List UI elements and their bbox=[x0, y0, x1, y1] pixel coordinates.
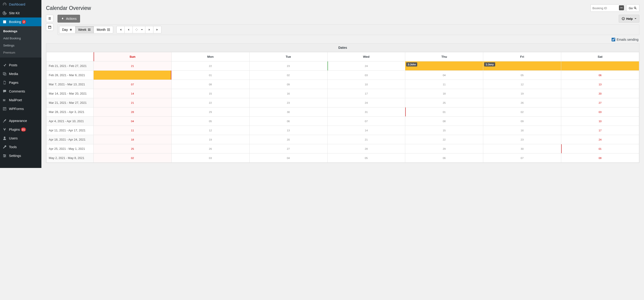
calendar-cell[interactable]: 14 bbox=[94, 89, 172, 98]
calendar-cell[interactable]: 01 bbox=[405, 108, 483, 117]
sidebar-item-wpforms[interactable]: WPForms bbox=[0, 104, 42, 113]
calendar-cell[interactable]: 28 bbox=[327, 144, 405, 154]
nav-prev-button[interactable] bbox=[124, 26, 133, 33]
calendar-cell[interactable]: 08 bbox=[405, 117, 483, 126]
calendar-cell[interactable]: 27 bbox=[249, 144, 327, 154]
calendar-cell[interactable]: 20 bbox=[249, 135, 327, 144]
calendar-cell[interactable]: 15 bbox=[171, 89, 249, 98]
sidebar-item-appearance[interactable]: Appearance bbox=[0, 116, 42, 125]
sidebar-item-media[interactable]: Media bbox=[0, 70, 42, 78]
sidebar-item-booking[interactable]: Booking2 bbox=[0, 18, 42, 26]
emails-sending-checkbox[interactable] bbox=[612, 38, 615, 42]
week-view-button[interactable]: Week bbox=[75, 26, 94, 33]
calendar-cell[interactable]: 22 bbox=[171, 98, 249, 108]
calendar-cell[interactable]: 05 bbox=[171, 117, 249, 126]
calendar-cell[interactable]: 21 bbox=[94, 62, 172, 71]
calendar-cell[interactable]: 14 bbox=[327, 126, 405, 135]
sidebar-subitem-bookings[interactable]: Bookings bbox=[0, 28, 42, 35]
sidebar-subitem-settings[interactable]: Settings bbox=[0, 42, 42, 49]
sidebar-item-pages[interactable]: Pages bbox=[0, 78, 42, 87]
calendar-cell[interactable]: 22 bbox=[405, 135, 483, 144]
calendar-cell[interactable]: 09 bbox=[249, 80, 327, 89]
nav-last-button[interactable] bbox=[153, 26, 162, 33]
calendar-cell[interactable]: 10 bbox=[561, 117, 639, 126]
calendar-cell[interactable]: 04 bbox=[94, 117, 172, 126]
calendar-cell[interactable]: 11 bbox=[405, 80, 483, 89]
calendar-cell[interactable]: 21 bbox=[327, 135, 405, 144]
actions-button[interactable]: Actions bbox=[58, 15, 80, 22]
calendar-cell[interactable]: 05 bbox=[483, 71, 561, 80]
sidebar-item-settings[interactable]: Settings bbox=[0, 152, 42, 160]
calendar-cell[interactable]: 04 bbox=[405, 71, 483, 80]
calendar-cell[interactable] bbox=[94, 71, 172, 80]
calendar-cell[interactable]: 13 bbox=[561, 80, 639, 89]
sidebar-item-dashboard[interactable]: Dashboard bbox=[0, 0, 42, 9]
booking-tag[interactable]: 1:Jony bbox=[484, 62, 495, 66]
calendar-cell[interactable]: 18 bbox=[94, 135, 172, 144]
calendar-cell[interactable]: 22 bbox=[171, 62, 249, 71]
calendar-cell[interactable]: 21 bbox=[94, 98, 172, 108]
calendar-cell[interactable]: 23 bbox=[249, 98, 327, 108]
calendar-cell[interactable]: 19 bbox=[171, 135, 249, 144]
calendar-cell[interactable]: 17 bbox=[561, 126, 639, 135]
calendar-cell[interactable]: 02 bbox=[94, 154, 172, 163]
sidebar-item-tools[interactable]: Tools bbox=[0, 143, 42, 152]
calendar-cell[interactable]: 24 bbox=[561, 135, 639, 144]
calendar-cell[interactable]: 02 bbox=[483, 108, 561, 117]
calendar-cell[interactable]: 07 bbox=[327, 117, 405, 126]
booking-tag[interactable]: 2:John bbox=[406, 62, 417, 66]
calendar-cell[interactable]: 20 bbox=[561, 89, 639, 98]
calendar-cell[interactable]: 04 bbox=[249, 154, 327, 163]
calendar-view-button[interactable] bbox=[46, 24, 53, 31]
sidebar-item-plugins[interactable]: Plugins21 bbox=[0, 125, 42, 134]
help-button[interactable]: Help bbox=[619, 15, 640, 22]
nav-next-button[interactable] bbox=[145, 26, 154, 33]
calendar-cell[interactable]: 01 bbox=[561, 144, 639, 154]
sidebar-item-mailpoet[interactable]: MailPoet bbox=[0, 96, 42, 104]
calendar-cell[interactable]: 26 bbox=[483, 98, 561, 108]
calendar-cell[interactable]: 10 bbox=[327, 80, 405, 89]
calendar-cell[interactable]: 08 bbox=[561, 154, 639, 163]
calendar-cell[interactable]: 02 bbox=[249, 71, 327, 80]
calendar-cell[interactable]: 2:John bbox=[405, 62, 483, 71]
sidebar-item-users[interactable]: Users bbox=[0, 134, 42, 143]
calendar-cell[interactable]: 25 bbox=[405, 98, 483, 108]
calendar-cell[interactable]: 16 bbox=[483, 126, 561, 135]
calendar-cell[interactable]: 17 bbox=[327, 89, 405, 98]
calendar-cell[interactable]: 11 bbox=[94, 126, 172, 135]
sidebar-item-posts[interactable]: Posts bbox=[0, 61, 42, 70]
calendar-cell[interactable]: 03 bbox=[327, 71, 405, 80]
calendar-cell[interactable]: 30 bbox=[249, 108, 327, 117]
sidebar-item-site-kit[interactable]: Site Kit bbox=[0, 9, 42, 18]
nav-today-button[interactable] bbox=[132, 26, 145, 33]
nav-first-button[interactable] bbox=[116, 26, 125, 33]
calendar-cell[interactable]: 19 bbox=[483, 89, 561, 98]
calendar-cell[interactable]: 28 bbox=[94, 108, 172, 117]
sidebar-item-comments[interactable]: Comments bbox=[0, 87, 42, 96]
calendar-cell[interactable]: 23 bbox=[249, 62, 327, 71]
calendar-cell[interactable]: 12 bbox=[171, 126, 249, 135]
calendar-cell[interactable]: 03 bbox=[171, 154, 249, 163]
calendar-cell[interactable]: 30 bbox=[483, 144, 561, 154]
calendar-cell[interactable]: 15 bbox=[405, 126, 483, 135]
keyboard-icon[interactable] bbox=[619, 5, 624, 10]
calendar-cell[interactable]: 31 bbox=[327, 108, 405, 117]
calendar-cell[interactable]: 1:Jony bbox=[483, 62, 561, 71]
calendar-cell[interactable]: 05 bbox=[327, 154, 405, 163]
calendar-cell[interactable]: 25 bbox=[94, 144, 172, 154]
calendar-cell[interactable]: 23 bbox=[483, 135, 561, 144]
calendar-cell[interactable]: 07 bbox=[94, 80, 172, 89]
calendar-cell[interactable]: 29 bbox=[405, 144, 483, 154]
sidebar-subitem-add-booking[interactable]: Add Booking bbox=[0, 35, 42, 42]
calendar-cell[interactable]: 24 bbox=[327, 62, 405, 71]
list-view-button[interactable] bbox=[46, 15, 53, 22]
calendar-cell[interactable]: 29 bbox=[171, 108, 249, 117]
month-view-button[interactable]: Month bbox=[94, 26, 113, 33]
calendar-cell[interactable]: 03 bbox=[561, 108, 639, 117]
calendar-cell[interactable]: 07 bbox=[483, 154, 561, 163]
calendar-cell[interactable]: 24 bbox=[327, 98, 405, 108]
calendar-cell[interactable]: 06 bbox=[405, 154, 483, 163]
calendar-cell[interactable]: 18 bbox=[405, 89, 483, 98]
calendar-cell[interactable]: 06 bbox=[561, 71, 639, 80]
calendar-cell[interactable]: 27 bbox=[561, 98, 639, 108]
